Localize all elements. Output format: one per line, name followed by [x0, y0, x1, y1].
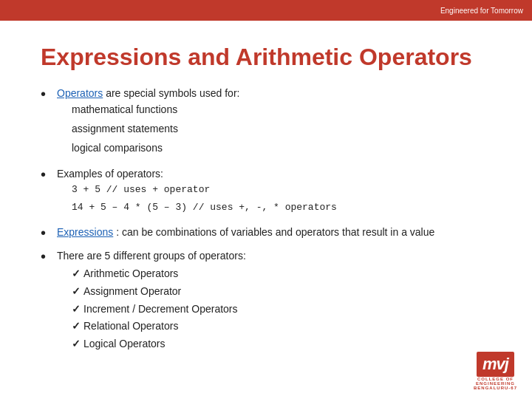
tagline: Engineered for Tomorrow — [440, 7, 523, 15]
bullet-dot-1: • — [41, 86, 54, 102]
main-content: Expressions and Arithmetic Operators • O… — [0, 21, 532, 399]
bullet-1-link: Operators — [57, 87, 103, 99]
logo-container: mvj COLLEGE OF ENGINEERING BENGALURU-67 — [474, 352, 517, 390]
bullet-content-3: Expressions : can be combinations of var… — [57, 225, 510, 240]
sub-item-math: mathematical functions — [72, 101, 510, 119]
check-list: Arithmetic Operators Assignment Operator… — [72, 265, 510, 353]
bullet-item-1: • Operators are special symbols used for… — [41, 86, 510, 158]
check-item-5: Logical Operators — [72, 335, 510, 353]
bullet-3-suffix: : can be combinations of variables and o… — [116, 226, 434, 238]
logo-subtext3: BENGALURU-67 — [474, 386, 517, 390]
bullet-item-4: • There are 5 different groups of operat… — [41, 248, 510, 353]
check-item-4: Relational Operators — [72, 318, 510, 335]
bullet-dot-3: • — [41, 225, 54, 241]
bullet-content-1: Operators are special symbols used for: … — [57, 86, 510, 158]
bullet-2-text: Examples of operators: — [57, 168, 163, 180]
bullet-item-3: • Expressions : can be combinations of v… — [41, 225, 510, 241]
bullet-content-4: There are 5 different groups of operator… — [57, 248, 510, 353]
bullet-4-text: There are 5 different groups of operator… — [57, 250, 246, 262]
bullet-content-2: Examples of operators: 3 + 5 // uses + o… — [57, 166, 510, 217]
page-title: Expressions and Arithmetic Operators — [41, 43, 510, 71]
logo-text: mvj — [482, 355, 508, 373]
check-item-2: Assignment Operator — [72, 283, 510, 301]
sub-item-assign: assignment statements — [72, 120, 510, 138]
logo-area: mvj COLLEGE OF ENGINEERING BENGALURU-67 — [474, 352, 517, 390]
check-item-3: Increment / Decrement Operators — [72, 301, 510, 318]
bullet-2-indent: 3 + 5 // uses + operator 14 + 5 – 4 * (5… — [72, 182, 510, 216]
code-line-2: 14 + 5 – 4 * (5 – 3) // uses +, -, * ope… — [72, 200, 510, 216]
top-bar: Engineered for Tomorrow — [0, 0, 532, 21]
bullet-list: • Operators are special symbols used for… — [41, 86, 510, 353]
code-line-1: 3 + 5 // uses + operator — [72, 182, 510, 198]
logo-box: mvj — [477, 352, 514, 377]
sub-item-logical: logical comparisons — [72, 140, 510, 157]
bullet-dot-4: • — [41, 248, 54, 265]
bullet-dot-2: • — [41, 166, 54, 183]
bullet-item-2: • Examples of operators: 3 + 5 // uses +… — [41, 166, 510, 217]
bullet-3-link: Expressions — [57, 226, 113, 238]
bullet-1-indent: mathematical functions assignment statem… — [72, 101, 510, 157]
check-item-1: Arithmetic Operators — [72, 265, 510, 283]
bullet-1-text: are special symbols used for: — [106, 87, 239, 99]
